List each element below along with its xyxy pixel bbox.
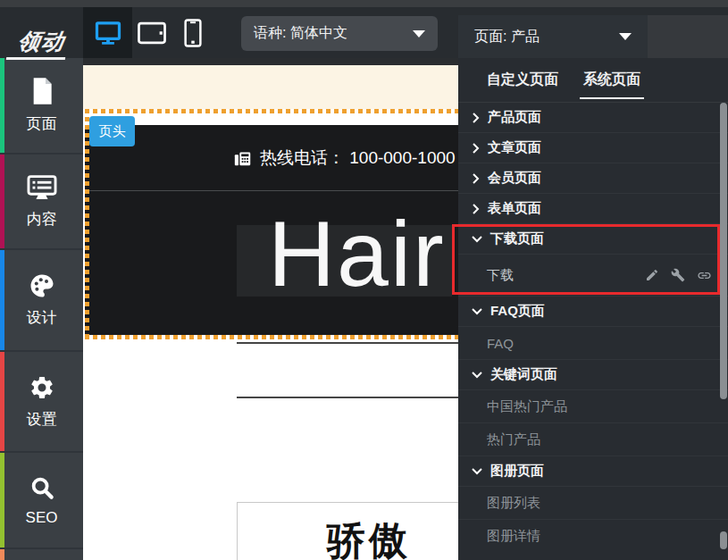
list-item-album-detail[interactable]: 图册详情 — [458, 520, 728, 553]
sidebar-item-label: 内容 — [27, 209, 57, 230]
chevron-down-icon — [619, 33, 632, 40]
group-download-pages[interactable]: 下载页面 — [458, 224, 728, 255]
sidebar-item-content[interactable]: 内容 — [0, 153, 83, 248]
group-album-pages[interactable]: 图册页面 — [458, 456, 728, 487]
wrench-icon[interactable] — [671, 268, 685, 282]
sidebar-item-settings[interactable]: 设置 — [0, 350, 83, 451]
sidebar-item-label: 设置 — [27, 409, 57, 430]
tab-custom-pages[interactable]: 自定义页面 — [487, 58, 558, 102]
accent-bar — [0, 155, 4, 248]
accent-bar — [0, 549, 4, 560]
group-article-pages[interactable]: 文章页面 — [458, 133, 728, 163]
accent-bar — [0, 352, 4, 451]
tablet-icon — [138, 21, 166, 45]
item-label: FAQ — [487, 336, 514, 351]
page-list: 产品页面 文章页面 会员页面 表单页面 下载页面 下载 — [458, 103, 728, 553]
list-item-download[interactable]: 下载 — [458, 255, 728, 297]
panel-scrollbar-thumb[interactable] — [720, 103, 727, 399]
link-icon[interactable] — [697, 268, 712, 283]
chevron-down-icon — [472, 371, 482, 379]
page-selector-dropdown[interactable]: 页面: 产品 — [458, 15, 648, 58]
chevron-right-icon — [472, 204, 480, 214]
language-selector-label: 语种: 简体中文 — [254, 24, 347, 43]
group-product-pages[interactable]: 产品页面 — [458, 103, 728, 133]
list-item-album-list[interactable]: 图册列表 — [458, 487, 728, 520]
pencil-icon[interactable] — [645, 268, 659, 282]
panel-tabs: 自定义页面 系统页面 — [458, 58, 728, 103]
item-label: 热门产品 — [487, 431, 540, 448]
item-label: 下载 — [487, 267, 514, 284]
hotline-label: 热线电话： 100-000-1000 — [260, 146, 456, 170]
group-keyword-pages[interactable]: 关键词页面 — [458, 360, 728, 390]
section-tag-header[interactable]: 页头 — [89, 116, 135, 146]
chevron-down-icon — [413, 30, 425, 38]
sidebar-item-partial[interactable] — [0, 547, 83, 560]
sidebar-item-label: 页面 — [27, 113, 57, 134]
list-item-hot-products[interactable]: 热门产品 — [458, 423, 728, 456]
site-logo-text: Hair — [268, 201, 446, 307]
search-icon — [29, 474, 55, 501]
top-right-spacer — [648, 15, 728, 58]
list-item-faq[interactable]: FAQ — [458, 327, 728, 360]
page-scrollbar-thumb[interactable] — [720, 531, 727, 549]
desktop-view-button[interactable] — [93, 20, 123, 46]
page-selector-label: 页面: 产品 — [474, 28, 540, 46]
site-banner-text: 骄傲 — [327, 515, 411, 560]
chevron-down-icon — [472, 467, 482, 475]
group-label: 会员页面 — [488, 170, 541, 187]
chevron-down-icon — [472, 307, 482, 315]
language-selector[interactable]: 语种: 简体中文 — [241, 16, 438, 51]
mobile-icon — [184, 19, 202, 47]
sidebar-item-pages[interactable]: 页面 — [0, 58, 83, 153]
group-form-pages[interactable]: 表单页面 — [458, 194, 728, 224]
group-label: 产品页面 — [488, 109, 541, 126]
chevron-right-icon — [472, 173, 480, 184]
item-label: 图册详情 — [487, 528, 540, 545]
gear-icon — [29, 374, 55, 401]
hotline-text: 热线电话： 100-000-1000 — [233, 146, 456, 170]
content-icon — [27, 174, 57, 201]
item-label: 中国热门产品 — [487, 398, 567, 415]
group-label: 关键词页面 — [490, 366, 557, 383]
page-icon — [29, 77, 54, 105]
list-item-china-hot-products[interactable]: 中国热门产品 — [458, 390, 728, 423]
sidebar-item-label: 设计 — [27, 307, 57, 328]
group-label: FAQ页面 — [490, 303, 545, 320]
group-label: 图册页面 — [490, 463, 544, 480]
accent-bar — [0, 250, 4, 350]
desktop-icon — [94, 20, 122, 46]
left-sidebar: 页面 内容 设计 设置 SEO — [0, 58, 83, 560]
item-label: 图册列表 — [487, 495, 540, 512]
fax-icon — [233, 148, 253, 168]
sidebar-item-seo[interactable]: SEO — [0, 451, 83, 547]
app-logo: 领动 — [6, 27, 71, 60]
tablet-view-button[interactable] — [137, 20, 167, 46]
group-label: 下载页面 — [490, 230, 544, 247]
chevron-right-icon — [472, 143, 480, 154]
tab-system-pages[interactable]: 系统页面 — [583, 58, 640, 102]
sidebar-item-design[interactable]: 设计 — [0, 248, 83, 350]
palette-icon — [28, 272, 56, 299]
accent-bar — [0, 58, 4, 153]
sidebar-item-label: SEO — [26, 509, 58, 527]
accent-bar — [0, 453, 4, 547]
mobile-view-button[interactable] — [178, 20, 208, 46]
chevron-right-icon — [472, 113, 480, 123]
group-member-pages[interactable]: 会员页面 — [458, 163, 728, 194]
row-actions — [645, 268, 712, 283]
window-top-strip — [0, 0, 728, 7]
group-label: 表单页面 — [488, 200, 541, 217]
chevron-down-icon — [472, 235, 482, 243]
system-pages-panel: 自定义页面 系统页面 产品页面 文章页面 会员页面 表单页面 下载页面 下载 — [458, 58, 728, 560]
editor-window: { "topbar": { "logo_text": "领动", "langua… — [0, 0, 728, 560]
group-faq-pages[interactable]: FAQ页面 — [458, 297, 728, 327]
group-label: 文章页面 — [488, 139, 541, 156]
